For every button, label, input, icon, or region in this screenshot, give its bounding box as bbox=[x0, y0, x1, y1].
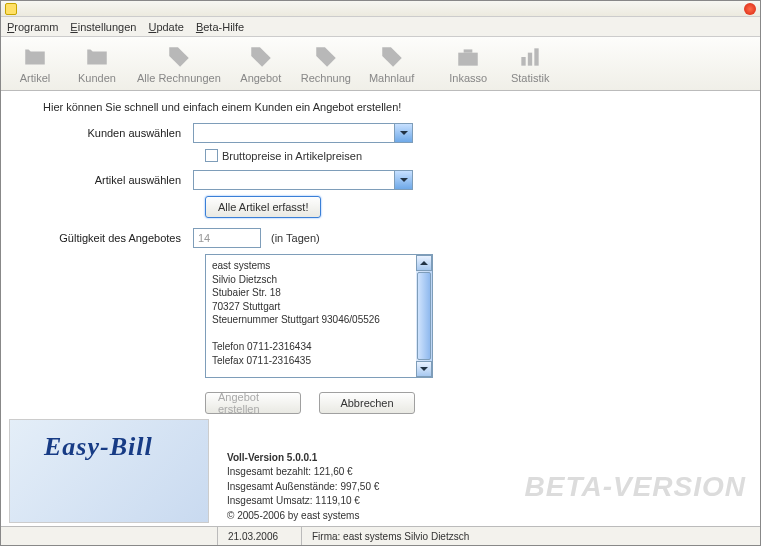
tool-label: Inkasso bbox=[449, 72, 487, 84]
chevron-down-icon[interactable] bbox=[394, 171, 412, 189]
svg-rect-2 bbox=[522, 57, 526, 66]
tool-kunden[interactable]: Kunden bbox=[75, 44, 119, 84]
version-title: Voll-Version 5.0.0.1 bbox=[227, 451, 379, 466]
brutto-label: Bruttopreise in Artikelpreisen bbox=[222, 150, 362, 162]
address-textarea[interactable]: east systems Silvio Dietzsch Stubaier St… bbox=[205, 254, 433, 378]
chart-icon bbox=[517, 44, 543, 70]
tag-icon bbox=[313, 44, 339, 70]
version-copyright: © 2005-2006 by east systems bbox=[227, 509, 379, 524]
main-content: Hier können Sie schnell und einfach eine… bbox=[1, 91, 760, 422]
tool-alle-rechnungen[interactable]: Alle Rechnungen bbox=[137, 44, 221, 84]
status-firma: Firma: east systems Silvio Dietzsch bbox=[301, 527, 760, 545]
scroll-thumb[interactable] bbox=[417, 272, 431, 360]
tool-label: Angebot bbox=[240, 72, 281, 84]
logo: Easy-Bill bbox=[9, 419, 209, 523]
kunden-label: Kunden auswählen bbox=[43, 127, 193, 139]
titlebar bbox=[1, 1, 760, 17]
gueltigkeit-unit: (in Tagen) bbox=[271, 232, 320, 244]
tool-label: Rechnung bbox=[301, 72, 351, 84]
beta-watermark: BETA-VERSION bbox=[525, 471, 747, 503]
scrollbar[interactable] bbox=[416, 255, 432, 377]
close-icon[interactable] bbox=[744, 3, 756, 15]
svg-rect-1 bbox=[464, 49, 473, 52]
menubar: Programm Einstellungen Update Beta-Hilfe bbox=[1, 17, 760, 37]
folder-icon bbox=[22, 44, 48, 70]
scroll-down-icon[interactable] bbox=[416, 361, 432, 377]
gueltigkeit-input[interactable]: 14 bbox=[193, 228, 261, 248]
address-content: east systems Silvio Dietzsch Stubaier St… bbox=[206, 255, 416, 377]
artikel-label: Artikel auswählen bbox=[43, 174, 193, 186]
tool-label: Mahnlauf bbox=[369, 72, 414, 84]
intro-text: Hier können Sie schnell und einfach eine… bbox=[43, 101, 718, 113]
briefcase-icon bbox=[455, 44, 481, 70]
app-icon bbox=[5, 3, 17, 15]
tool-label: Kunden bbox=[78, 72, 116, 84]
tag-icon bbox=[166, 44, 192, 70]
svg-rect-4 bbox=[535, 48, 539, 65]
version-revenue: Insgesamt Umsatz: 1119,10 € bbox=[227, 494, 379, 509]
tool-mahnlauf[interactable]: Mahnlauf bbox=[369, 44, 414, 84]
tool-inkasso[interactable]: Inkasso bbox=[446, 44, 490, 84]
menu-einstellungen[interactable]: Einstellungen bbox=[70, 21, 136, 33]
tool-rechnung[interactable]: Rechnung bbox=[301, 44, 351, 84]
statusbar: 21.03.2006 Firma: east systems Silvio Di… bbox=[1, 526, 760, 545]
svg-rect-3 bbox=[528, 52, 532, 65]
tool-statistik[interactable]: Statistik bbox=[508, 44, 552, 84]
svg-rect-0 bbox=[458, 52, 478, 65]
abbrechen-button[interactable]: Abbrechen bbox=[319, 392, 415, 414]
menu-programm[interactable]: Programm bbox=[7, 21, 58, 33]
angebot-erstellen-button[interactable]: Angebot erstellen bbox=[205, 392, 301, 414]
tool-artikel[interactable]: Artikel bbox=[13, 44, 57, 84]
menu-update[interactable]: Update bbox=[148, 21, 183, 33]
menu-hilfe[interactable]: Beta-Hilfe bbox=[196, 21, 244, 33]
toolbar: Artikel Kunden Alle Rechnungen Angebot R… bbox=[1, 37, 760, 91]
version-outstanding: Insgesamt Außenstände: 997,50 € bbox=[227, 480, 379, 495]
tag-icon bbox=[248, 44, 274, 70]
logo-text: Easy-Bill bbox=[44, 432, 153, 462]
tag-icon bbox=[379, 44, 405, 70]
version-info: Voll-Version 5.0.0.1 Insgesamt bezahlt: … bbox=[227, 451, 379, 524]
tool-label: Artikel bbox=[20, 72, 51, 84]
alle-artikel-button[interactable]: Alle Artikel erfasst! bbox=[205, 196, 321, 218]
tool-angebot[interactable]: Angebot bbox=[239, 44, 283, 84]
chevron-down-icon[interactable] bbox=[394, 124, 412, 142]
tool-label: Statistik bbox=[511, 72, 550, 84]
kunden-combobox[interactable] bbox=[193, 123, 413, 143]
tool-label: Alle Rechnungen bbox=[137, 72, 221, 84]
scroll-up-icon[interactable] bbox=[416, 255, 432, 271]
version-paid: Insgesamt bezahlt: 121,60 € bbox=[227, 465, 379, 480]
folder-icon bbox=[84, 44, 110, 70]
artikel-combobox[interactable] bbox=[193, 170, 413, 190]
brutto-checkbox[interactable] bbox=[205, 149, 218, 162]
status-date: 21.03.2006 bbox=[217, 527, 301, 545]
gueltigkeit-label: Gültigkeit des Angebotes bbox=[43, 232, 193, 244]
